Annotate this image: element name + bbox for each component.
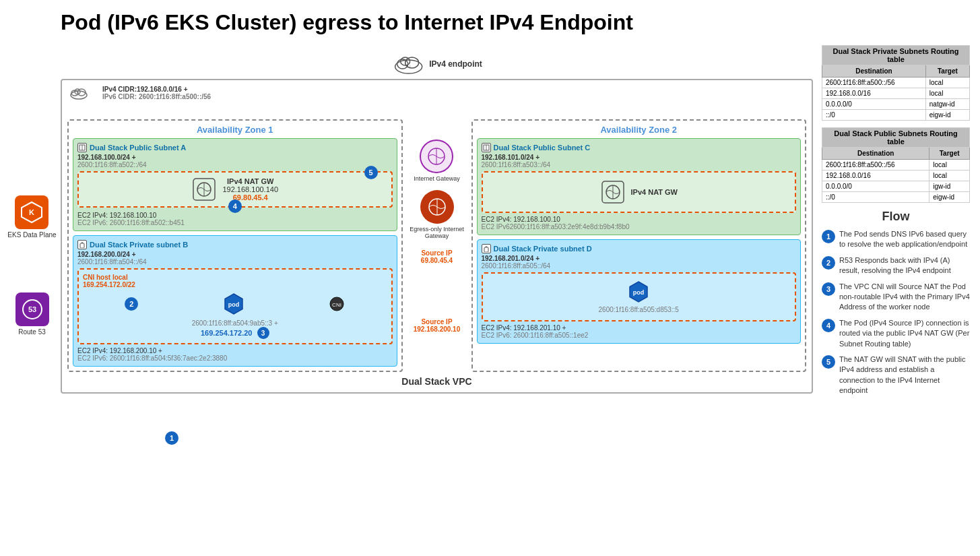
nat-gw-c-label: IPv4 NAT GW (631, 188, 678, 196)
step4-badge: 4 (228, 199, 242, 213)
private-rt-target-header: Target (925, 65, 969, 78)
page-title: Pod (IPv6 EKS Cluster) egress to Interne… (61, 7, 973, 38)
nat-gw-a-ip1: 192.168.100.140 (222, 185, 278, 193)
cloud-icon: ↑↓ (391, 52, 425, 75)
flow-text-3: The VPC CNI will Source NAT the Pod non-… (839, 282, 970, 313)
svg-text:53: 53 (28, 305, 36, 313)
az2-container: Availability Zone 2 Dual Stack Public Su… (471, 119, 807, 372)
page: K EKS Data Plane 53 Route 53 Pod (IPv6 E… (0, 0, 980, 556)
vpc-cidr: IPv4 CIDR:192.168.0.0/16 + IPv6 CIDR: 26… (102, 86, 211, 100)
flow-num-3: 3 (822, 282, 835, 296)
private-rt-dest-4: ::/0 (822, 110, 926, 121)
private-rt-target-1: local (925, 78, 969, 88)
flow-item-1: 1 The Pod sends DNS IPv6 based query to … (822, 229, 970, 250)
subnet-a-icon (77, 143, 87, 152)
pod-b-icon: pod (222, 292, 245, 315)
step5-badge: 5 (364, 166, 378, 179)
flow-num-5: 5 (822, 355, 835, 369)
nat-gw-a-label: IPv4 NAT GW (222, 177, 278, 185)
subnet-b-cidr6: 2600:1f16:8ff:a504::/64 (77, 258, 393, 266)
subnet-d-icon (482, 244, 491, 253)
pod-d-ip6: 2600:1f16:8ff:a505:d853::5 (490, 306, 789, 313)
subnet-a-ec2-ipv6: EC2 IPv6: 2600:1f16:8ff:a502::b451 (77, 219, 393, 226)
public-rt-dest-3: 0.0.0.0/0 (822, 181, 929, 192)
subnet-b-icon (77, 240, 87, 249)
public-rt-dest-header: Destination (822, 148, 929, 160)
eks-icon: K (15, 195, 48, 229)
nat-gw-inner: IPv4 NAT GW 192.168.100.140 69.80.45.4 (83, 177, 387, 202)
vpc-label: Dual Stack VPC (67, 376, 806, 387)
subnet-c-title: Dual Stack Public Subnet C (494, 144, 591, 152)
private-rt-row-4: ::/0 eigw-id (822, 110, 970, 121)
subnet-d-cidr4: 192.168.201.0/24 + (482, 255, 797, 262)
left-icons-column: K EKS Data Plane 53 Route 53 (7, 7, 61, 549)
svg-rect-18 (80, 243, 84, 248)
subnet-c-cidr6: 2600:1f16:8ff:a503::/64 (482, 161, 797, 168)
svg-rect-32 (484, 247, 488, 252)
igw-icon (420, 140, 453, 173)
public-rt-row-2: 192.168.0.0/16 local (822, 171, 970, 181)
cni-cidr: 169.254.172.0/22 (83, 281, 387, 288)
public-rt-row-4: ::/0 eigw-id (822, 192, 970, 203)
subnet-c-cidr4: 192.168.101.0/24 + (482, 154, 797, 161)
step2-badge: 2 (125, 297, 138, 311)
flow-text-5: The NAT GW will SNAT with the public IPv… (839, 354, 970, 396)
public-rt-row-1: 2600:1f16:8ff:a500::/56 local (822, 160, 970, 171)
subnet-a: Dual Stack Public Subnet A 192.168.100.0… (73, 138, 397, 231)
subnet-d-title: Dual Stack Private subnet D (494, 245, 592, 253)
private-rt-dest-1: 2600:1f16:8ff:a500::/56 (822, 78, 926, 88)
private-routing-table: Dual Stack Private Subnets Routing table… (822, 45, 970, 121)
subnet-c-ec2-ipv4: EC2 IPv4: 192.168.100.10 (482, 216, 797, 223)
pod-d-box: pod 2600:1f16:8ff:a505:d853::5 (482, 272, 797, 321)
nat-gw-c-icon (600, 179, 626, 205)
cloud-label: IPv4 endpoint (429, 59, 482, 69)
subnet-d-cidr6: 2600:1f16:8ff:a505::/64 (482, 262, 797, 270)
flow-title: Flow (822, 210, 970, 224)
public-rt-dest-1: 2600:1f16:8ff:a500::/56 (822, 160, 929, 171)
flow-item-2: 2 R53 Responds back with IPv4 (A) result… (822, 255, 970, 276)
subnet-d-ec2-ipv4: EC2 IPv4: 192.168.201.10 + (482, 324, 797, 332)
svg-text:pod: pod (228, 301, 240, 308)
eigw-label: Egress-only Internet Gateway (410, 226, 465, 239)
subnet-b: Dual Stack Private subnet B 192.168.200.… (73, 235, 397, 367)
cni-icon-container: CNI (329, 296, 345, 312)
subnet-b-cidr4: 192.168.200.0/24 + (77, 251, 393, 258)
flow-num-2: 2 (822, 256, 835, 270)
nat-gw-a-labels: IPv4 NAT GW 192.168.100.140 69.80.45.4 (222, 177, 278, 202)
public-rt-target-1: local (929, 160, 970, 171)
vpc-cloud-icon (69, 86, 89, 103)
flow-num-1: 1 (822, 230, 835, 243)
pod-b-ip4: 169.254.172.20 3 (83, 327, 387, 339)
public-rt-row-3: 0.0.0.0/0 igw-id (822, 181, 970, 192)
subnet-b-title: Dual Stack Private subnet B (90, 241, 188, 249)
pod-b-container: pod (222, 292, 245, 315)
subnet-b-ec2-ipv4: EC2 IPv4: 192.168.200.10 + (77, 347, 393, 354)
private-rt-row-2: 192.168.0.0/16 local (822, 88, 970, 99)
az1-container: Availability Zone 1 Dual Stack Public Su… (67, 119, 403, 372)
public-rt-dest-2: 192.168.0.0/16 (822, 171, 929, 181)
igw-container: Internet Gateway (414, 140, 460, 182)
flow-item-4: 4 The Pod (IPv4 Source IP) connection is… (822, 318, 970, 349)
private-rt-dest-header: Destination (822, 65, 926, 78)
eigw-icon (420, 190, 454, 224)
public-rt-target-header: Target (929, 148, 970, 160)
igw-label: Internet Gateway (414, 175, 460, 182)
subnet-a-title: Dual Stack Public Subnet A (90, 144, 186, 152)
flow-item-5: 5 The NAT GW will SNAT with the public I… (822, 354, 970, 396)
pod-b-ip6: 2600:1f16:8ff:a504:9ab5::3 + (83, 319, 387, 327)
r53-label: Route 53 (18, 328, 46, 336)
az-row: Availability Zone 1 Dual Stack Public Su… (67, 119, 806, 372)
private-rt-target-2: local (925, 88, 969, 99)
vpc-container: IPv4 CIDR:192.168.0.0/16 + IPv6 CIDR: 26… (61, 79, 813, 394)
public-rt-target-2: local (929, 171, 970, 181)
cni-icon: CNI (329, 296, 345, 312)
nat-gw-c-inner: IPv4 NAT GW (490, 179, 789, 205)
flow-text-2: R53 Responds back with IPv4 (A) result, … (839, 255, 970, 276)
subnet-a-cidr6: 2600:1f16:8ff:a502::/64 (77, 161, 393, 168)
public-routing-table: Dual Stack Public Subnets Routing table … (822, 127, 970, 203)
svg-text:K: K (30, 208, 35, 216)
cni-box: CNI host local 169.254.172.0/22 2 (77, 268, 393, 344)
step3-badge: 3 (257, 327, 269, 339)
private-rt-dest-2: 192.168.0.0/16 (822, 88, 926, 99)
private-rt-target-4: eigw-id (925, 110, 969, 121)
